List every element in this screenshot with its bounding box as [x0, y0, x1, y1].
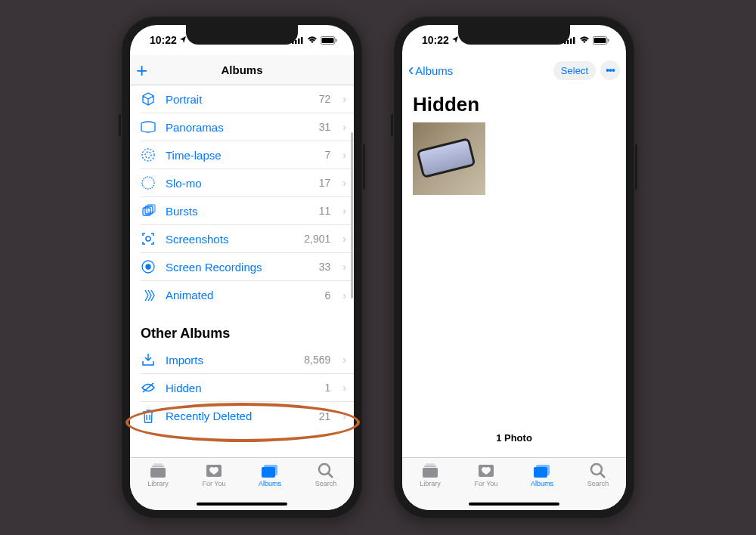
svg-point-15	[146, 264, 150, 269]
location-icon	[451, 36, 459, 44]
hidden-icon	[141, 380, 156, 395]
svg-point-9	[142, 177, 154, 189]
chevron-left-icon: ‹	[408, 60, 414, 80]
plus-icon: +	[136, 60, 147, 80]
row-count: 17	[319, 177, 331, 189]
chevron-right-icon: ›	[342, 93, 346, 105]
albums-list[interactable]: Portrait72›Panoramas31›Time-lapse7›Slo-m…	[130, 85, 354, 457]
location-icon	[179, 36, 187, 44]
chevron-right-icon: ›	[342, 233, 346, 245]
battery-icon	[593, 36, 609, 45]
svg-rect-6	[336, 39, 337, 42]
battery-icon	[321, 36, 337, 45]
tab-library[interactable]: Library	[135, 462, 181, 487]
chevron-right-icon: ›	[342, 261, 346, 273]
photo-count: 1 Photo	[413, 432, 615, 450]
row-label: Imports	[166, 354, 294, 366]
row-label: Slo-mo	[166, 177, 309, 190]
album-row-slo-mo[interactable]: Slo-mo17›	[141, 169, 354, 197]
svg-rect-19	[153, 464, 163, 465]
tab-foryou[interactable]: For You	[463, 462, 509, 487]
tab-search[interactable]: Search	[303, 462, 349, 487]
tab-label: Library	[420, 480, 441, 487]
svg-rect-27	[570, 39, 572, 44]
cube-icon	[141, 91, 156, 107]
select-button[interactable]: Select	[553, 61, 596, 80]
back-button[interactable]: ‹ Albums	[408, 60, 453, 80]
animated-icon	[141, 288, 156, 303]
trash-icon	[141, 409, 156, 424]
svg-rect-3	[301, 37, 303, 44]
row-count: 33	[319, 261, 331, 273]
page-title: Hidden	[413, 93, 615, 116]
tab-albums[interactable]: Albums	[519, 462, 565, 487]
album-row-panoramas[interactable]: Panoramas31›	[141, 113, 354, 141]
row-count: 1	[325, 382, 331, 394]
row-count: 72	[319, 93, 331, 105]
albums-icon	[261, 462, 279, 479]
more-button[interactable]: •••	[600, 60, 620, 80]
library-icon	[421, 462, 439, 479]
home-indicator[interactable]	[469, 503, 559, 506]
album-content[interactable]: Hidden 1 Photo	[402, 85, 626, 457]
photo-thumbnail[interactable]	[413, 122, 485, 195]
album-row-hidden[interactable]: Hidden1›	[141, 374, 354, 402]
album-row-portrait[interactable]: Portrait72›	[141, 85, 354, 113]
wifi-icon	[307, 36, 318, 44]
home-indicator[interactable]	[197, 503, 287, 506]
add-button[interactable]: +	[136, 60, 147, 80]
svg-rect-5	[322, 38, 334, 43]
row-count: 8,569	[304, 354, 330, 366]
svg-rect-37	[536, 465, 550, 475]
album-row-time-lapse[interactable]: Time-lapse7›	[141, 141, 354, 169]
album-row-screenshots[interactable]: Screenshots2,901›	[141, 225, 354, 253]
status-time: 10:22	[422, 34, 449, 46]
album-row-bursts[interactable]: Bursts11›	[141, 197, 354, 225]
library-icon	[149, 462, 167, 479]
chevron-right-icon: ›	[342, 410, 346, 422]
screenshots-icon	[141, 231, 156, 246]
phone-right: 10:22 ‹ Albums	[393, 16, 635, 519]
row-label: Hidden	[166, 382, 315, 394]
tab-label: Search	[315, 480, 337, 487]
row-label: Bursts	[166, 205, 309, 218]
row-label: Screen Recordings	[166, 261, 309, 274]
search-icon	[589, 462, 607, 479]
notch	[186, 25, 298, 45]
foryou-icon	[205, 462, 223, 479]
svg-rect-31	[608, 39, 609, 42]
row-count: 31	[319, 121, 331, 133]
svg-point-7	[142, 149, 154, 161]
phone-left: 10:22 + Albums Portrait	[121, 16, 363, 519]
svg-rect-22	[264, 465, 277, 475]
panorama-icon	[141, 119, 156, 135]
svg-rect-34	[426, 464, 435, 465]
tab-library[interactable]: Library	[407, 462, 453, 487]
wifi-icon	[579, 36, 590, 44]
timelapse-icon	[141, 147, 156, 162]
row-count: 11	[319, 205, 331, 217]
albums-icon	[533, 462, 551, 479]
album-row-screen-recordings[interactable]: Screen Recordings33›	[141, 253, 354, 281]
svg-rect-17	[150, 468, 166, 478]
row-count: 7	[325, 149, 331, 161]
chevron-right-icon: ›	[342, 289, 346, 302]
slomo-icon	[141, 175, 156, 190]
svg-rect-2	[298, 39, 300, 44]
chevron-right-icon: ›	[342, 354, 346, 366]
scrollbar[interactable]	[351, 87, 353, 456]
ellipsis-icon: •••	[606, 64, 615, 76]
album-row-imports[interactable]: Imports8,569›	[141, 346, 354, 374]
row-count: 6	[325, 289, 331, 302]
svg-rect-33	[424, 465, 436, 467]
chevron-right-icon: ›	[342, 382, 346, 394]
album-row-recently-deleted[interactable]: Recently Deleted21›	[141, 402, 354, 430]
tab-foryou[interactable]: For You	[191, 462, 237, 487]
tab-search[interactable]: Search	[575, 462, 621, 487]
row-label: Recently Deleted	[166, 410, 309, 422]
section-header-other: Other Albums	[130, 309, 354, 346]
tab-albums[interactable]: Albums	[247, 462, 293, 487]
tab-label: Albums	[259, 480, 281, 487]
row-label: Screenshots	[166, 233, 294, 246]
album-row-animated[interactable]: Animated6›	[141, 281, 354, 309]
